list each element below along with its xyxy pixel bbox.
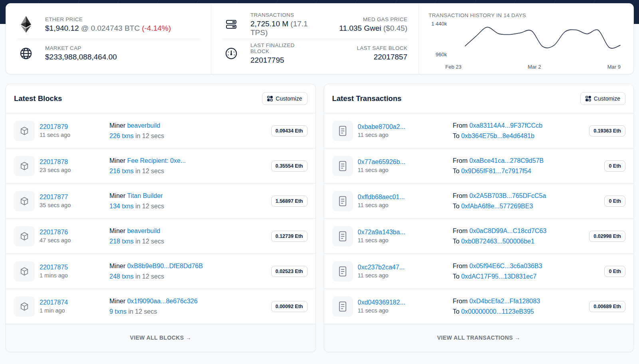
globe-icon [17, 47, 35, 60]
transactions-customize-button[interactable]: Customize [580, 92, 625, 105]
transaction-doc-icon [338, 125, 347, 136]
miner-link[interactable]: beaverbuild [127, 122, 160, 129]
to-address-link[interactable]: 0xb364E75b...8e4d6481b [461, 133, 534, 139]
transaction-iconbox [332, 121, 353, 141]
from-address-link[interactable]: 0xaBce41ca...278C9d57B [469, 157, 544, 164]
server-icon [222, 18, 240, 31]
block-number-link[interactable]: 22017877 [40, 194, 68, 200]
miner-link[interactable]: 0xB8b9eB90...DfE8Dd76B [127, 263, 202, 269]
last-finalized-block-label: LAST FINALIZED BLOCK [250, 42, 315, 54]
block-iconbox [14, 226, 35, 247]
gauge-icon [222, 47, 240, 60]
from-prefix: From [453, 192, 470, 199]
block-number-link[interactable]: 22017878 [40, 158, 68, 165]
transaction-amount-badge: 0.02998 Eth [589, 231, 625, 242]
txns-count-link[interactable]: 134 txns [109, 203, 133, 210]
view-all-blocks-link[interactable]: VIEW ALL BLOCKS → [130, 334, 191, 341]
block-cube-icon [19, 301, 30, 312]
transaction-hash-link[interactable]: 0xc237b2ca47... [358, 264, 405, 271]
miner-link[interactable]: Titan Builder [127, 192, 163, 199]
to-address-link[interactable]: 0x9D65fF81...7c7917f54 [461, 168, 531, 174]
transaction-doc-icon [338, 266, 347, 277]
block-cube-icon [19, 266, 30, 277]
miner-prefix: Miner [109, 298, 127, 305]
from-prefix: From [453, 228, 470, 234]
txns-count-link[interactable]: 248 txns [109, 273, 133, 280]
grid-icon [267, 96, 273, 101]
to-prefix: To [453, 273, 461, 280]
from-address-link[interactable]: 0xD4bcEfa2...Ffa128083 [469, 298, 540, 305]
block-row: 2201787823 secs agoMiner Fee Recipient: … [6, 148, 316, 184]
from-address-link[interactable]: 0x0aC8D99A...C18cd7C63 [469, 228, 546, 234]
to-address-link[interactable]: 0xdAC17F95...13D831ec7 [461, 273, 537, 280]
block-reward-badge: 0.12739 Eth [271, 231, 308, 242]
latest-transactions-title: Latest Transactions [332, 94, 402, 103]
block-time: in 12 secs [127, 308, 157, 315]
miner-link[interactable]: Fee Recipient: 0xe... [127, 157, 186, 164]
ether-price-stat: ETHER PRICE $1,940.12 @ 0.024743 BTC (-4… [17, 16, 200, 33]
miner-prefix: Miner [109, 263, 127, 269]
ether-price-value: $1,940.12 @ 0.024743 BTC (-4.14%) [45, 24, 171, 33]
transaction-hash-link[interactable]: 0xbabe8700a2... [358, 123, 405, 130]
block-time: in 12 secs [133, 203, 164, 210]
transaction-row: 0xffdb68aec01...11 secs agoFrom 0x2A5B70… [324, 184, 634, 219]
from-address-link[interactable]: 0xa83114A4...9F37fCCcb [469, 122, 542, 129]
block-reward-badge: 0.35554 Eth [271, 160, 308, 172]
from-address-link[interactable]: 0x05f94E6C...3c6a036B3 [469, 263, 542, 269]
blocks-customize-button[interactable]: Customize [262, 92, 307, 105]
block-number-link[interactable]: 22017875 [40, 264, 68, 271]
block-number-link[interactable]: 22017876 [40, 229, 68, 235]
chart-title: TRANSACTION HISTORY IN 14 DAYS [429, 12, 623, 18]
to-address-link[interactable]: 0xfAbA6f8e...577269BE3 [461, 203, 533, 210]
txns-count-link[interactable]: 216 txns [109, 168, 133, 174]
to-address-link[interactable]: 0xb0B72463...500006be1 [461, 238, 534, 245]
block-number-link[interactable]: 22017879 [40, 123, 68, 130]
to-prefix: To [453, 203, 461, 210]
latest-blocks-title: Latest Blocks [14, 94, 62, 103]
med-gas-price-label: MED GAS PRICE [339, 16, 407, 22]
block-time: in 12 secs [133, 238, 164, 245]
block-age: 11 secs ago [40, 132, 109, 138]
blocks-panel-footer: VIEW ALL BLOCKS → [6, 324, 316, 352]
transaction-history-section: TRANSACTION HISTORY IN 14 DAYS 1 440k 96… [419, 4, 633, 74]
block-iconbox [14, 156, 35, 176]
block-age: 47 secs ago [40, 237, 109, 243]
transaction-age: 11 secs ago [358, 202, 453, 208]
block-row: 220178751 mins agoMiner 0xB8b9eB90...DfE… [6, 254, 316, 289]
transaction-age: 11 secs ago [358, 237, 453, 243]
last-finalized-block-value: 22017795 [250, 56, 315, 65]
transactions-stat: TRANSACTIONS 2,725.10 M (17.1 TPS) [222, 12, 315, 37]
transaction-hash-link[interactable]: 0xffdb68aec01... [358, 194, 405, 200]
transaction-hash-link[interactable]: 0xd049369182... [358, 299, 405, 306]
miner-link[interactable]: beaverbuild [127, 228, 160, 234]
block-iconbox [14, 121, 35, 141]
miner-prefix: Miner [109, 157, 127, 164]
overview-stats-card: ETHER PRICE $1,940.12 @ 0.024743 BTC (-4… [6, 3, 634, 74]
block-number-link[interactable]: 22017874 [40, 299, 68, 306]
to-address-link[interactable]: 0x00000000...1123eB395 [461, 308, 534, 315]
transaction-row: 0x72a9a143ba...11 secs agoFrom 0x0aC8D99… [324, 219, 634, 254]
ether-price-label: ETHER PRICE [45, 16, 171, 22]
block-row: 220178741 min agoMiner 0x1f9090aa...8e67… [6, 289, 316, 324]
miner-prefix: Miner [109, 228, 127, 234]
txns-count-link[interactable]: 9 txns [109, 308, 127, 315]
block-age: 1 min ago [40, 307, 109, 314]
block-age: 35 secs ago [40, 202, 109, 208]
transactions-value: 2,725.10 M (17.1 TPS) [250, 20, 315, 37]
from-prefix: From [453, 157, 470, 164]
from-address-link[interactable]: 0x2A5B703B...765DFcC5a [469, 192, 546, 199]
to-prefix: To [453, 238, 461, 245]
miner-link[interactable]: 0x1f9090aa...8e676c326 [127, 298, 197, 305]
transaction-amount-badge: 0 Eth [604, 160, 625, 172]
txns-count-link[interactable]: 226 txns [109, 133, 133, 139]
transaction-hash-link[interactable]: 0x77ae65926b... [358, 158, 405, 165]
transaction-age: 11 secs ago [358, 272, 453, 279]
block-row: 2201787647 secs agoMiner beaverbuild218 … [6, 219, 316, 254]
from-prefix: From [453, 122, 470, 129]
view-all-transactions-link[interactable]: VIEW ALL TRANSACTIONS → [437, 334, 520, 341]
med-gas-price-value: 11.035 Gwei ($0.45) [339, 24, 407, 33]
transactions-panel-footer: VIEW ALL TRANSACTIONS → [324, 324, 634, 352]
transaction-amount-badge: 0.00689 Eth [589, 301, 625, 312]
transaction-hash-link[interactable]: 0x72a9a143ba... [358, 229, 405, 235]
txns-count-link[interactable]: 218 txns [109, 238, 133, 245]
